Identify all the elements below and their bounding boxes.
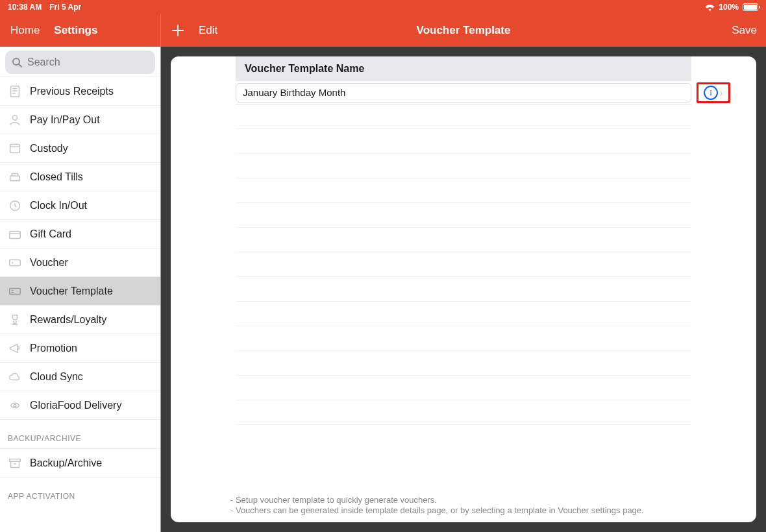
search-input-wrap[interactable]: [5, 51, 155, 74]
sidebar-item-label: Backup/Archive: [30, 457, 102, 469]
info-detail-button[interactable]: i ›: [697, 82, 730, 103]
wifi-icon: [705, 3, 715, 11]
empty-row: [236, 203, 691, 228]
voucher-template-icon: [6, 283, 23, 300]
search-icon: [12, 57, 22, 67]
sidebar-item-label: Pay In/Pay Out: [30, 114, 100, 126]
sidebar-item-label: Gift Card: [30, 228, 71, 240]
svg-rect-5: [10, 176, 20, 180]
sidebar-item-voucher-template[interactable]: Voucher Template: [0, 277, 160, 306]
empty-row: [236, 376, 691, 400]
sidebar-item-label: Cloud Sync: [30, 371, 83, 383]
battery-icon: [743, 3, 758, 11]
svg-rect-4: [10, 144, 20, 152]
sidebar-item-cloud-sync[interactable]: Cloud Sync: [0, 363, 160, 391]
svg-rect-7: [10, 231, 21, 238]
sidebar-item-pay-in-out[interactable]: Pay In/Pay Out: [0, 106, 160, 134]
sidebar-list[interactable]: Previous Receipts Pay In/Pay Out Custody…: [0, 77, 160, 532]
sidebar-item-label: Promotion: [30, 343, 77, 354]
svg-point-10: [14, 404, 16, 407]
sidebar-item-clock-in-out[interactable]: Clock In/Out: [0, 191, 160, 220]
svg-line-1: [19, 64, 21, 67]
main-header: Edit Voucher Template Save: [161, 14, 766, 47]
content-card: Voucher Template Name i ›: [171, 56, 756, 522]
info-icon: i: [704, 86, 718, 100]
sidebar-item-label: Voucher: [30, 257, 68, 269]
chevron-right-icon: ›: [720, 86, 723, 100]
clock-icon: [6, 197, 23, 214]
sidebar-item-gloriafood[interactable]: GloriaFood Delivery: [0, 391, 160, 420]
sidebar-item-promotion[interactable]: Promotion: [0, 334, 160, 363]
status-time: 10:38 AM: [8, 3, 42, 12]
sidebar-item-label: Previous Receipts: [30, 86, 114, 97]
sidebar-item-label: Custody: [30, 143, 68, 154]
settings-button[interactable]: Settings: [54, 24, 97, 37]
sidebar-item-label: Voucher Template: [30, 285, 113, 297]
till-icon: [6, 169, 23, 186]
sidebar-item-backup-archive[interactable]: Backup/Archive: [0, 449, 160, 478]
megaphone-icon: [6, 340, 23, 357]
empty-row: [236, 228, 691, 252]
sidebar-item-label: GloriaFood Delivery: [30, 400, 121, 411]
empty-row: [236, 400, 691, 425]
sidebar-item-rewards[interactable]: Rewards/Loyalty: [0, 306, 160, 334]
sidebar-item-label: Clock In/Out: [30, 200, 87, 212]
empty-row: [236, 351, 691, 376]
sidebar-item-label: Closed Tills: [30, 171, 83, 183]
empty-row: [236, 326, 691, 351]
cash-hand-icon: [6, 112, 23, 128]
save-button[interactable]: Save: [732, 24, 757, 37]
group-header: Voucher Template Name: [236, 56, 691, 81]
svg-rect-8: [10, 260, 21, 265]
archive-icon: [6, 455, 23, 472]
delivery-icon: [6, 397, 23, 414]
section-app-activation: APP ACTIVATION: [0, 478, 160, 506]
home-button[interactable]: Home: [10, 24, 40, 37]
empty-row: [236, 129, 691, 154]
cloud-icon: [6, 369, 23, 385]
svg-rect-9: [10, 288, 21, 294]
empty-row: [236, 425, 691, 450]
page-title: Voucher Template: [417, 24, 511, 37]
status-date: Fri 5 Apr: [49, 3, 81, 12]
empty-row: [236, 252, 691, 277]
custody-icon: [6, 140, 23, 157]
edit-button[interactable]: Edit: [199, 24, 217, 37]
section-backup-archive: BACKUP/ARCHIVE: [0, 420, 160, 449]
main-pane: Edit Voucher Template Save Voucher Templ…: [161, 14, 766, 532]
svg-rect-2: [11, 86, 19, 97]
sidebar: Home Settings Previous Receipts Pay In/P…: [0, 14, 161, 532]
svg-point-3: [12, 115, 17, 119]
voucher-icon: [6, 254, 23, 271]
footer-note-2: - Vouchers can be generated inside templ…: [230, 505, 697, 515]
empty-row: [236, 104, 691, 129]
receipt-icon: [6, 83, 23, 100]
add-button[interactable]: [170, 23, 186, 38]
sidebar-item-custody[interactable]: Custody: [0, 134, 160, 163]
sidebar-item-closed-tills[interactable]: Closed Tills: [0, 163, 160, 191]
gift-card-icon: [6, 226, 23, 243]
empty-row: [236, 302, 691, 326]
sidebar-item-voucher[interactable]: Voucher: [0, 248, 160, 277]
footer-note-1: - Setup voucher template to quickly gene…: [230, 495, 697, 505]
sidebar-item-gift-card[interactable]: Gift Card: [0, 220, 160, 248]
svg-rect-11: [10, 459, 21, 461]
empty-row: [236, 154, 691, 178]
battery-percent: 100%: [719, 3, 739, 12]
sidebar-item-previous-receipts[interactable]: Previous Receipts: [0, 77, 160, 106]
sidebar-header: Home Settings: [0, 14, 160, 47]
template-row[interactable]: i ›: [236, 81, 691, 104]
trophy-icon: [6, 311, 23, 328]
empty-row: [236, 178, 691, 203]
template-name-input[interactable]: [236, 83, 691, 103]
footer-notes: - Setup voucher template to quickly gene…: [230, 494, 697, 516]
search-input[interactable]: [27, 56, 157, 68]
status-bar: 10:38 AM Fri 5 Apr 100%: [0, 0, 766, 14]
empty-row: [236, 277, 691, 302]
sidebar-item-label: Rewards/Loyalty: [30, 314, 106, 326]
